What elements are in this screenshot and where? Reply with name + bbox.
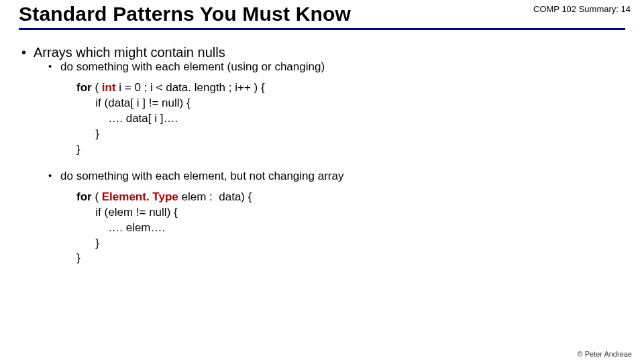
kw-int: int: [102, 81, 116, 94]
title-rule-wrap: [0, 25, 644, 30]
bullet-text: Arrays which might contain nulls: [34, 45, 225, 60]
code-block-1: for ( int i = 0 ; i < data. length ; i++…: [76, 80, 644, 158]
code-line: }: [76, 251, 644, 266]
bullet-lvl2: do something with each element, but not …: [34, 170, 644, 183]
code-line: }: [76, 236, 644, 251]
slide-body: Arrays which might contain nulls do some…: [0, 30, 644, 266]
slide: Standard Patterns You Must Know COMP 102…: [0, 0, 644, 362]
code-line: …. data[ i ]….: [76, 111, 644, 127]
copyright-footer: © Peter Andreae: [578, 350, 633, 358]
code-line: …. elem….: [76, 221, 644, 236]
code-text: (: [92, 190, 102, 203]
bullet-lvl1: Arrays which might contain nulls do some…: [19, 45, 644, 266]
code-line: if (data[ i ] != null) {: [76, 96, 644, 111]
code-text: (: [92, 81, 102, 94]
code-line: }: [76, 127, 644, 142]
code-line: for ( int i = 0 ; i < data. length ; i++…: [76, 80, 644, 96]
bullet-text: do something with each element (using or…: [60, 60, 325, 73]
kw-for: for: [76, 190, 92, 203]
kw-type: Element. Type: [102, 190, 178, 203]
code-line: if (elem != null) {: [76, 205, 644, 221]
code-text: i = 0 ; i < data. length ; i++ ) {: [116, 81, 265, 94]
bullet-lvl2: do something with each element (using or…: [34, 60, 644, 74]
code-block-2: for ( Element. Type elem : data) { if (e…: [76, 190, 644, 267]
course-tag: COMP 102 Summary: 14: [533, 4, 631, 14]
kw-for: for: [76, 81, 92, 94]
code-line: }: [76, 142, 644, 158]
bullet-text: do something with each element, but not …: [60, 170, 343, 182]
code-text: elem : data) {: [178, 190, 252, 203]
code-line: for ( Element. Type elem : data) {: [76, 190, 644, 205]
slide-header: Standard Patterns You Must Know COMP 102…: [0, 0, 644, 25]
